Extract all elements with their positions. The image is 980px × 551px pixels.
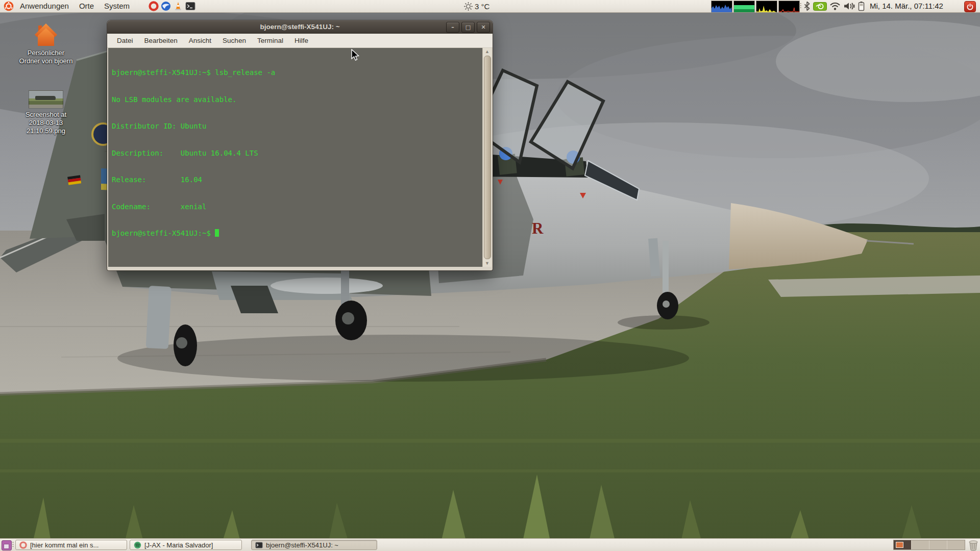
- icon-label: 21:10:59.png: [10, 127, 82, 135]
- spotify-icon: [134, 541, 141, 549]
- task-label: [J-AX - Maria Salvador]: [144, 541, 213, 549]
- system-tray: [803, 0, 865, 12]
- load-monitor-graph[interactable]: [778, 1, 800, 13]
- power-icon: [967, 4, 973, 10]
- terminal-menubar: Datei Bearbeiten Ansicht Suchen Terminal…: [107, 34, 493, 48]
- volume-icon[interactable]: [843, 2, 855, 11]
- opera-launcher-icon[interactable]: [148, 1, 159, 12]
- icon-label: Persönlicher: [10, 49, 82, 57]
- thunderbird-launcher-icon[interactable]: [160, 1, 172, 12]
- scrollbar-up-icon[interactable]: ▲: [483, 48, 492, 55]
- terminal-line: Description: Ubuntu 16.04.4 LTS: [112, 149, 482, 158]
- ubuntu-menu-icon[interactable]: [3, 1, 14, 12]
- mouse-cursor: [351, 49, 360, 61]
- show-desktop-button[interactable]: [2, 540, 12, 550]
- terminal-line: Distributor ID: Ubuntu: [112, 122, 482, 131]
- minimize-button[interactable]: –: [446, 22, 459, 33]
- menu-ansicht[interactable]: Ansicht: [183, 34, 217, 47]
- menu-terminal[interactable]: Terminal: [252, 34, 289, 47]
- tasklist-grip[interactable]: [12, 542, 14, 548]
- icon-label: 2018-03-13: [10, 119, 82, 127]
- screenshot-thumbnail: [29, 90, 63, 109]
- bluetooth-icon[interactable]: [803, 1, 811, 11]
- workspace-3[interactable]: [929, 540, 947, 549]
- terminal-line: Release: 16.04: [112, 176, 482, 185]
- menu-system[interactable]: System: [99, 0, 135, 12]
- workspace-2[interactable]: [912, 540, 929, 549]
- temperature-label: 3 °C: [475, 2, 489, 11]
- terminal-line: Codename: xenial: [112, 203, 482, 212]
- terminal-prompt-line: bjoern@steffi-X541UJ:~$: [112, 229, 482, 238]
- menu-anwendungen[interactable]: Anwendungen: [15, 0, 74, 12]
- menu-bearbeiten[interactable]: Bearbeiten: [139, 34, 183, 47]
- top-panel: Anwendungen Orte System: [0, 0, 980, 13]
- menu-orte[interactable]: Orte: [74, 0, 99, 12]
- terminal-scrollbar[interactable]: ▲ ▼: [482, 48, 492, 267]
- scrollbar-down-icon[interactable]: ▼: [483, 260, 492, 267]
- weather-applet[interactable]: 3 °C: [463, 0, 489, 12]
- panel-grip[interactable]: [799, 3, 801, 9]
- desktop: 45 JAHRE IN SCHORTENS 38 ✚ 28: [0, 0, 980, 551]
- opera-icon: [19, 541, 27, 549]
- icon-label: Ordner von bjoern: [10, 57, 82, 65]
- workspace-window-preview: [896, 542, 903, 548]
- system-monitor-applet[interactable]: [711, 1, 800, 13]
- menu-datei[interactable]: Datei: [111, 34, 139, 47]
- terminal-line: bjoern@steffi-X541UJ:~$ lsb_release -a: [112, 68, 482, 78]
- terminal-launcher-icon[interactable]: [185, 1, 196, 12]
- nvidia-icon[interactable]: [813, 2, 827, 11]
- terminal-cursor: [215, 229, 219, 237]
- terminal-titlebar[interactable]: bjoern@steffi-X541UJ: ~ – □ ✕: [107, 20, 493, 34]
- menu-hilfe[interactable]: Hilfe: [289, 34, 314, 47]
- desktop-icon-home-folder[interactable]: Persönlicher Ordner von bjoern: [10, 22, 82, 65]
- scrollbar-thumb[interactable]: [484, 56, 491, 259]
- wifi-icon[interactable]: [829, 2, 841, 11]
- terminal-window: bjoern@steffi-X541UJ: ~ – □ ✕ Datei Bear…: [107, 20, 493, 270]
- memory-monitor-graph[interactable]: [733, 1, 755, 13]
- workspace-4[interactable]: [947, 540, 965, 549]
- workspace-1[interactable]: [894, 540, 912, 549]
- shutdown-button[interactable]: [964, 1, 976, 12]
- menu-suchen[interactable]: Suchen: [217, 34, 252, 47]
- network-monitor-graph[interactable]: [756, 1, 777, 13]
- taskbar-button-spotify[interactable]: [J-AX - Maria Salvador]: [130, 540, 242, 550]
- task-label: bjoern@steffi-X541UJ: ~: [266, 541, 338, 549]
- taskbar-button-opera[interactable]: [hier kommt mal ein s...: [15, 540, 127, 550]
- vlc-launcher-icon[interactable]: [173, 1, 184, 12]
- bottom-panel: [hier kommt mal ein s... [J-AX - Maria S…: [0, 538, 980, 551]
- nose-letter-marking: R: [532, 219, 544, 237]
- workspace-switcher: [893, 540, 965, 550]
- weather-sun-icon: [463, 2, 473, 11]
- maximize-button[interactable]: □: [461, 22, 475, 33]
- window-title: bjoern@steffi-X541UJ: ~: [107, 20, 493, 34]
- close-button[interactable]: ✕: [477, 22, 490, 33]
- taskbar-button-terminal[interactable]: bjoern@steffi-X541UJ: ~: [251, 540, 377, 550]
- trash-icon[interactable]: [968, 539, 979, 551]
- icon-label: Screenshot at: [10, 111, 82, 119]
- clock-applet[interactable]: Mi, 14. Mär., 07:11:42: [870, 0, 943, 12]
- desktop-icon-screenshot-file[interactable]: Screenshot at 2018-03-13 21:10:59.png: [10, 90, 82, 135]
- cpu-monitor-graph[interactable]: [711, 1, 732, 13]
- home-folder-icon: [34, 22, 58, 47]
- terminal-line: No LSB modules are available.: [112, 95, 482, 105]
- task-label: [hier kommt mal ein s...: [30, 541, 99, 549]
- terminal-output[interactable]: bjoern@steffi-X541UJ:~$ lsb_release -a N…: [108, 48, 482, 267]
- terminal-icon: [255, 541, 263, 549]
- battery-icon[interactable]: [858, 1, 865, 11]
- german-flag-marking: [67, 175, 81, 185]
